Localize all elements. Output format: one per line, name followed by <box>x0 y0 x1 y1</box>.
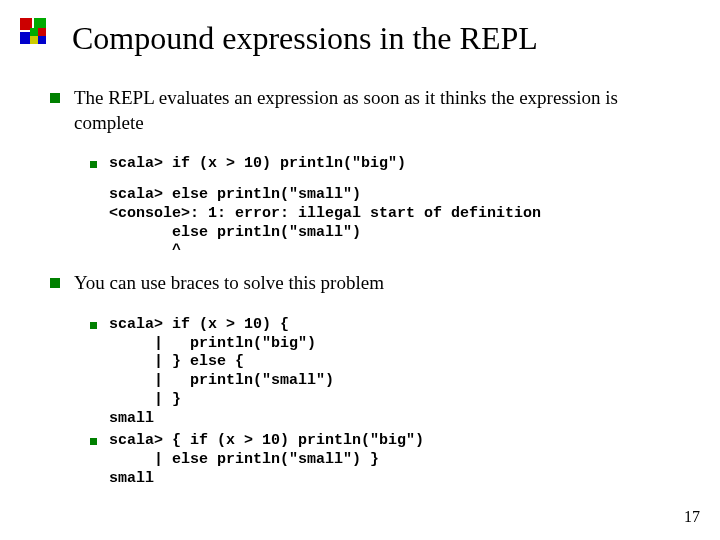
bullet-sub-2b: scala> { if (x > 10) println("big") | el… <box>90 432 680 488</box>
svg-rect-6 <box>38 28 46 36</box>
svg-rect-8 <box>38 36 46 44</box>
code-snippet: scala> if (x > 10) println("big") <box>109 155 406 174</box>
bullet-square-icon <box>90 322 97 329</box>
logo-icon <box>20 18 60 58</box>
svg-rect-5 <box>30 28 38 36</box>
slide-title: Compound expressions in the REPL <box>72 20 538 57</box>
bullet-square-icon <box>90 161 97 168</box>
bullet-point-1: The REPL evaluates an expression as soon… <box>50 86 680 135</box>
bullet-square-icon <box>50 93 60 103</box>
code-snippet: scala> { if (x > 10) println("big") | el… <box>109 432 424 488</box>
slide: Compound expressions in the REPL The REP… <box>0 0 720 489</box>
svg-rect-7 <box>30 36 38 44</box>
bullet-sub-1: scala> if (x > 10) println("big") <box>90 155 680 174</box>
code-snippet: scala> if (x > 10) { | println("big") | … <box>109 316 334 429</box>
slide-content: The REPL evaluates an expression as soon… <box>0 86 720 489</box>
page-number: 17 <box>684 508 700 526</box>
bullet-text: The REPL evaluates an expression as soon… <box>74 86 680 135</box>
bullet-sub-2a: scala> if (x > 10) { | println("big") | … <box>90 316 680 429</box>
slide-header: Compound expressions in the REPL <box>0 0 720 66</box>
bullet-point-2: You can use braces to solve this problem <box>50 271 680 296</box>
bullet-square-icon <box>50 278 60 288</box>
bullet-square-icon <box>90 438 97 445</box>
code-snippet: scala> else println("small") <console>: … <box>109 186 680 261</box>
bullet-text: You can use braces to solve this problem <box>74 271 384 296</box>
